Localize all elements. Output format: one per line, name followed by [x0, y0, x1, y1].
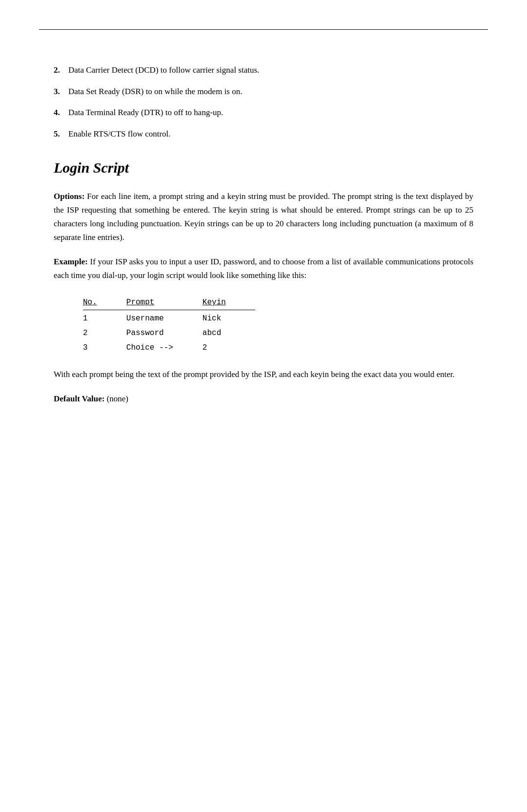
example-label: Example: — [54, 257, 88, 266]
list-text-3: Data Set Ready (DSR) to on while the mod… — [68, 85, 473, 98]
col-header-prompt: Prompt — [126, 296, 203, 310]
row3-no: 3 — [83, 339, 126, 354]
example-text: If your ISP asks you to input a user ID,… — [54, 257, 473, 280]
closing-paragraph: With each prompt being the text of the p… — [54, 368, 473, 381]
section-heading: Login Script — [54, 159, 473, 176]
list-text-5: Enable RTS/CTS flow control. — [68, 128, 473, 140]
list-text-4: Data Terminal Ready (DTR) to off to hang… — [68, 106, 473, 119]
example-paragraph: Example: If your ISP asks you to input a… — [54, 255, 473, 282]
list-num-5: 5. — [54, 128, 68, 140]
list-num-4: 4. — [54, 106, 68, 119]
default-value: (none) — [104, 394, 128, 403]
table-row: 1 Username Nick — [83, 310, 255, 325]
table-row: 3 Choice --> 2 — [83, 339, 255, 354]
row2-prompt: Password — [126, 325, 203, 339]
list-text-2: Data Carrier Detect (DCD) to follow carr… — [68, 64, 473, 77]
row3-prompt: Choice --> — [126, 339, 203, 354]
table-row: 2 Password abcd — [83, 325, 255, 339]
example-table: No. Prompt Keyin 1 Username Nick 2 Passw… — [83, 296, 255, 354]
options-paragraph: Options: For each line item, a prompt st… — [54, 190, 473, 244]
row1-prompt: Username — [126, 310, 203, 325]
default-value-paragraph: Default Value: (none) — [54, 392, 473, 406]
list-item-5: 5. Enable RTS/CTS flow control. — [54, 128, 473, 140]
col-header-no: No. — [83, 296, 126, 310]
list-num-3: 3. — [54, 85, 68, 98]
row1-no: 1 — [83, 310, 126, 325]
row2-no: 2 — [83, 325, 126, 339]
default-label: Default Value: — [54, 394, 104, 403]
options-label: Options: — [54, 192, 84, 201]
options-text: For each line item, a prompt string and … — [54, 192, 473, 242]
content-area: 2. Data Carrier Detect (DCD) to follow c… — [0, 30, 527, 465]
numbered-list: 2. Data Carrier Detect (DCD) to follow c… — [54, 64, 473, 140]
list-item-2: 2. Data Carrier Detect (DCD) to follow c… — [54, 64, 473, 77]
row3-keyin: 2 — [203, 339, 255, 354]
row1-keyin: Nick — [203, 310, 255, 325]
list-item-3: 3. Data Set Ready (DSR) to on while the … — [54, 85, 473, 98]
page-container: 2. Data Carrier Detect (DCD) to follow c… — [0, 29, 527, 812]
list-item-4: 4. Data Terminal Ready (DTR) to off to h… — [54, 106, 473, 119]
col-header-keyin: Keyin — [203, 296, 255, 310]
table-header-row: No. Prompt Keyin — [83, 296, 255, 310]
row2-keyin: abcd — [203, 325, 255, 339]
list-num-2: 2. — [54, 64, 68, 77]
